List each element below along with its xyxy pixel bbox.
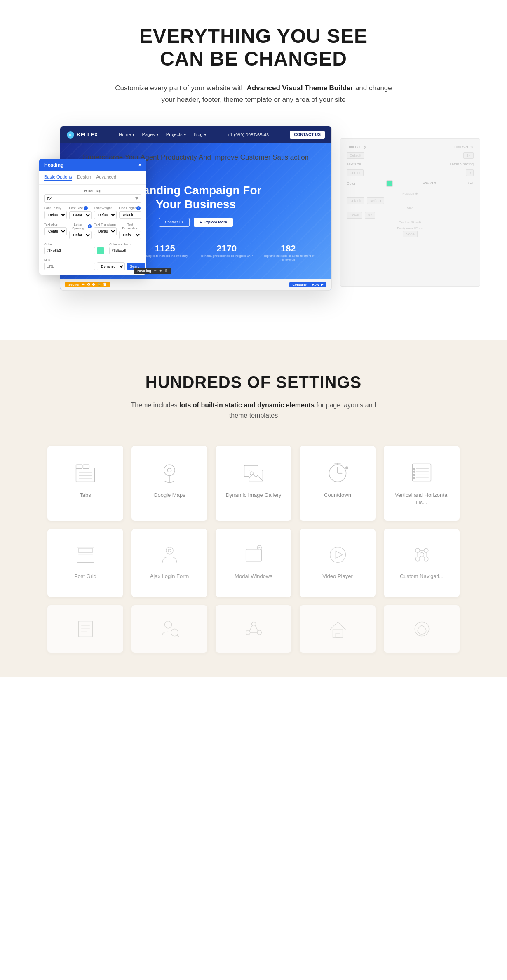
icon-peek-2 xyxy=(131,605,207,653)
nav-blog[interactable]: Blog ▾ xyxy=(194,132,207,137)
html-tag-label: HTML Tag xyxy=(44,189,141,193)
color-hover-hex-input[interactable] xyxy=(109,247,146,254)
nav-projects[interactable]: Projects ▾ xyxy=(166,132,186,137)
custom-navigation-label: Custom Navigati... xyxy=(400,573,444,580)
copy-heading-icon[interactable]: ⊕ xyxy=(159,269,162,273)
tab-design[interactable]: Design xyxy=(77,174,91,181)
icon-grid-row1: Tabs Google Maps Dynamic Image Gallery xyxy=(47,446,460,521)
row-label: | xyxy=(310,283,310,287)
copy-icon[interactable]: ⊕ xyxy=(92,282,95,287)
tabs-icon xyxy=(73,460,98,485)
countdown-label: Countdown xyxy=(324,491,351,499)
trash-icon[interactable]: 🗑 xyxy=(103,282,107,287)
modal-icon xyxy=(242,543,265,566)
text-transform-select[interactable]: Default xyxy=(94,227,117,235)
tab-advanced[interactable]: Advanced xyxy=(96,174,116,181)
bg-settings-panel: Font Family Font Size ⊕ Default 2 ‹ Text… xyxy=(340,138,480,287)
svg-rect-49 xyxy=(78,621,92,637)
text-decoration-select[interactable]: Default xyxy=(119,231,142,239)
icon-grid-row3 xyxy=(47,605,460,653)
edit-icon[interactable]: ✏ xyxy=(82,282,85,287)
svg-line-59 xyxy=(249,625,252,631)
info-icon-2: i xyxy=(136,206,141,210)
delete-heading-icon[interactable]: 🗑 xyxy=(164,269,168,273)
html-tag-select[interactable]: h2 h1 h3 xyxy=(44,194,141,203)
svg-point-7 xyxy=(167,468,171,472)
settings-description: Theme includes lots of built-in static a… xyxy=(130,400,377,421)
svg-point-53 xyxy=(164,621,171,628)
explore-button[interactable]: Explore More xyxy=(194,218,233,227)
hero-section: EVERYTHING YOU SEE CAN BE CHANGED Custom… xyxy=(0,0,507,315)
popup-tabs[interactable]: Basic Options Design Advanced xyxy=(39,171,146,185)
person-search-icon xyxy=(158,618,181,640)
icon-card-modal: Modal Windows xyxy=(216,529,291,597)
svg-rect-34 xyxy=(246,549,261,561)
letter-spacing-select[interactable]: Default xyxy=(69,231,92,239)
text-align-select[interactable]: Center xyxy=(44,227,67,235)
post-grid-label: Post Grid xyxy=(74,573,96,580)
font-family-select[interactable]: Default xyxy=(44,211,67,219)
link-section: Link Dynamic URL Search ⚙ xyxy=(44,258,141,270)
settings-section: HUNDREDS OF SETTINGS Theme includes lots… xyxy=(0,340,507,677)
icon-peek-5 xyxy=(384,605,460,653)
toolbar-container[interactable]: Container | Row ▶ xyxy=(289,282,326,287)
info-icon-3: i xyxy=(88,224,92,228)
tab-basic-options[interactable]: Basic Options xyxy=(44,174,72,181)
svg-point-33 xyxy=(168,549,171,552)
nav-home[interactable]: Home ▾ xyxy=(119,132,134,137)
svg-point-6 xyxy=(164,465,175,475)
color-swatch[interactable] xyxy=(97,247,104,254)
stat-182: 182 Programs that keep us at the forefro… xyxy=(258,239,319,266)
maps-label: Google Maps xyxy=(153,491,185,499)
modal-label: Modal Windows xyxy=(235,573,272,580)
image-gallery-icon xyxy=(241,460,266,485)
browser-navbar: K KELLEX Home ▾ Pages ▾ Projects ▾ Blog … xyxy=(60,126,331,143)
contact-us-button[interactable]: Contact Us xyxy=(159,218,190,227)
popup-title: Heading xyxy=(44,162,63,168)
font-family-label: Font Family xyxy=(44,206,67,210)
row-arrow[interactable]: ▶ xyxy=(321,283,323,287)
color-hex-input[interactable] xyxy=(44,247,95,254)
icon-peek-3 xyxy=(216,605,291,653)
icon-card-countdown: Countdown xyxy=(300,446,376,521)
line-height-input[interactable] xyxy=(119,211,142,219)
icon-card-dynamic-image-gallery: Dynamic Image Gallery xyxy=(216,446,291,521)
edit-heading-icon[interactable]: ✏ xyxy=(154,269,157,273)
icon-card-google-maps: Google Maps xyxy=(131,446,207,521)
nav-pages[interactable]: Pages ▾ xyxy=(142,132,159,137)
section-label: Section xyxy=(68,283,80,287)
link-url-input[interactable] xyxy=(44,263,95,270)
svg-point-43 xyxy=(424,557,428,561)
contact-button[interactable]: CONTACT US xyxy=(290,131,325,139)
icon-grid-row2: Post Grid Ajax Login Form Modal Windows xyxy=(47,529,460,597)
svg-point-17 xyxy=(346,467,348,469)
svg-line-60 xyxy=(255,625,258,631)
font-weight-select[interactable]: Default xyxy=(94,211,117,219)
maps-icon xyxy=(157,460,182,485)
font-size-select[interactable]: Default xyxy=(69,211,92,219)
svg-point-42 xyxy=(415,557,420,561)
close-icon[interactable]: × xyxy=(138,162,141,168)
ajax-login-label: Ajax Login Form xyxy=(150,573,189,580)
color-hover-input-row xyxy=(109,247,146,254)
heading-bar-label: Heading xyxy=(137,269,151,273)
home-icon xyxy=(326,618,349,640)
misc1-icon xyxy=(74,618,97,640)
dynamic-image-gallery-label: Dynamic Image Gallery xyxy=(225,491,281,499)
lock-icon[interactable]: 🔒 xyxy=(97,282,101,287)
svg-rect-0 xyxy=(76,468,95,482)
font-row: Font Family Default Font Size i Default … xyxy=(44,206,141,219)
hero-title: EVERYTHING YOU SEE CAN BE CHANGED xyxy=(16,25,491,70)
svg-marker-39 xyxy=(336,551,343,558)
link-type-select[interactable]: Dynamic URL xyxy=(97,262,125,270)
link-row: Dynamic URL Search ⚙ xyxy=(44,262,141,270)
svg-rect-62 xyxy=(333,630,343,637)
line-height-label: Line Height i xyxy=(119,206,142,210)
settings-icon[interactable]: ⚙ xyxy=(87,282,90,287)
svg-point-44 xyxy=(420,553,424,557)
video-player-label: Video Player xyxy=(322,573,352,580)
svg-point-25 xyxy=(413,474,415,476)
text-style-row: Text Align Center Letter Spacing i Defau… xyxy=(44,223,141,239)
toolbar-section[interactable]: Section ✏ ⚙ ⊕ 🔒 🗑 xyxy=(65,282,110,287)
svg-point-64 xyxy=(415,622,429,636)
